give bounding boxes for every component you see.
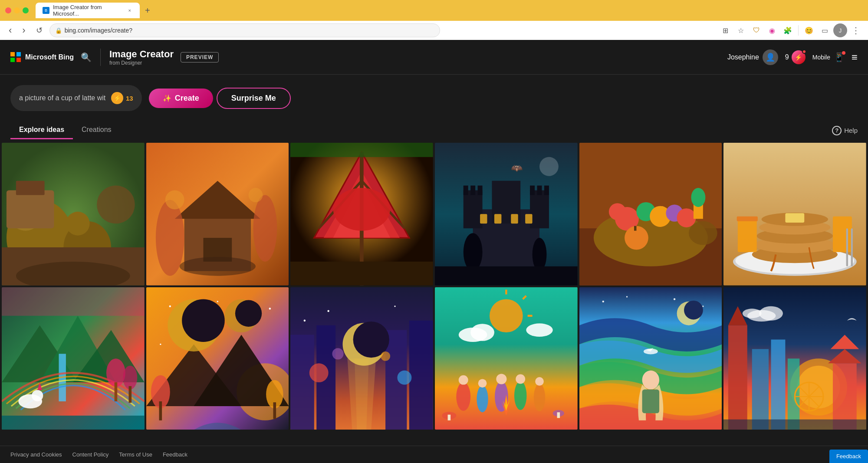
traffic-light-green[interactable] — [23, 7, 29, 13]
mobile-section[interactable]: Mobile 📱 — [812, 52, 845, 62]
create-icon: ✨ — [163, 94, 171, 102]
svg-rect-31 — [464, 190, 483, 229]
svg-rect-8 — [7, 190, 54, 229]
create-button[interactable]: ✨ Create — [149, 89, 213, 108]
traffic-light-yellow[interactable] — [14, 7, 20, 13]
url-bar[interactable]: 🔒 bing.com/images/create? — [49, 23, 440, 37]
search-bar: ⚡ 13 — [10, 85, 142, 111]
tabs: Explore ideas Creations — [10, 121, 120, 139]
sidebar-icon[interactable]: ▭ — [818, 23, 832, 37]
puzzle-icon[interactable]: 🧩 — [781, 23, 795, 37]
svg-rect-43 — [525, 214, 532, 223]
list-item[interactable] — [579, 287, 722, 430]
smiley-icon[interactable]: 😊 — [802, 23, 816, 37]
preview-badge: PREVIEW — [181, 52, 219, 62]
svg-rect-75 — [846, 228, 848, 266]
list-item[interactable] — [2, 143, 145, 286]
boost-icon: ⚡ — [111, 92, 123, 104]
svg-rect-104 — [159, 401, 162, 420]
list-item[interactable] — [290, 143, 433, 286]
svg-point-120 — [395, 305, 396, 307]
svg-point-155 — [684, 300, 703, 319]
shield-icon[interactable]: 🛡 — [750, 23, 763, 37]
footer-content-policy-link[interactable]: Content Policy — [72, 451, 109, 458]
svg-point-7 — [97, 186, 135, 224]
svg-point-129 — [470, 324, 494, 341]
svg-point-117 — [332, 348, 344, 359]
active-tab[interactable]: B Image Creator from Microsof... × — [36, 3, 140, 18]
tab-explore-ideas[interactable]: Explore ideas — [10, 121, 73, 139]
svg-rect-72 — [738, 219, 757, 252]
tab-title: Image Creator from Microsof... — [53, 4, 123, 17]
screen-icon[interactable]: ⊞ — [718, 23, 732, 37]
user-avatar[interactable]: 👤 — [763, 49, 778, 65]
list-item[interactable]: 🦇 — [435, 143, 578, 286]
svg-rect-74 — [833, 217, 852, 252]
list-item[interactable] — [723, 287, 866, 430]
tab-creations[interactable]: Creations — [73, 121, 120, 139]
svg-point-45 — [533, 238, 547, 271]
surprise-button[interactable]: Surprise Me — [217, 88, 291, 109]
svg-point-136 — [496, 374, 506, 384]
svg-rect-73 — [737, 217, 758, 221]
footer-terms-link[interactable]: Terms of Use — [119, 451, 152, 458]
user-section[interactable]: Josephine 👤 — [727, 49, 778, 65]
svg-point-17 — [165, 190, 184, 210]
nav-icons: ⊞ ☆ 🛡 ◉ 🧩 😊 ▭ J ⋮ — [718, 23, 863, 37]
coins-section[interactable]: 9 ⚡ — [785, 50, 806, 64]
svg-rect-90 — [2, 415, 145, 430]
svg-point-26 — [333, 188, 390, 231]
svg-point-102 — [160, 343, 161, 345]
search-input[interactable] — [19, 94, 106, 102]
feedback-button[interactable]: Feedback — [829, 450, 868, 463]
list-item[interactable] — [290, 287, 433, 430]
traffic-lights — [5, 7, 29, 13]
star-icon[interactable]: ☆ — [734, 23, 748, 37]
list-item[interactable] — [579, 143, 722, 286]
svg-point-150 — [602, 300, 604, 302]
svg-point-47 — [539, 157, 559, 176]
list-item[interactable] — [723, 143, 866, 286]
circle-icon[interactable]: ◉ — [765, 23, 779, 37]
svg-rect-177 — [723, 419, 866, 430]
svg-point-131 — [456, 382, 470, 411]
help-circle-icon: ? — [832, 126, 842, 135]
user-name: Josephine — [727, 53, 759, 61]
tab-close-icon[interactable]: × — [126, 7, 133, 14]
more-options-icon[interactable]: ⋮ — [849, 23, 863, 37]
user-avatar-nav[interactable]: J — [833, 23, 847, 37]
menu-button[interactable]: ≡ — [852, 51, 858, 63]
refresh-button[interactable]: ↺ — [33, 24, 46, 37]
back-button[interactable]: ‹ — [5, 23, 15, 38]
help-button[interactable]: ? Help — [832, 126, 858, 135]
svg-point-138 — [516, 374, 525, 384]
svg-rect-39 — [544, 186, 549, 195]
footer-feedback-link[interactable]: Feedback — [163, 451, 187, 458]
svg-point-16 — [179, 257, 255, 276]
bing-logo-grid — [10, 52, 21, 62]
svg-point-15 — [253, 195, 277, 262]
list-item[interactable] — [146, 143, 289, 286]
search-icon-header[interactable]: 🔍 — [81, 52, 92, 62]
svg-rect-40 — [480, 214, 487, 223]
create-label: Create — [175, 94, 199, 103]
divider — [798, 25, 799, 36]
svg-point-100 — [217, 301, 218, 302]
list-item[interactable] — [2, 287, 145, 430]
svg-point-148 — [642, 370, 659, 389]
traffic-light-red[interactable] — [5, 7, 11, 13]
svg-rect-32 — [530, 190, 549, 229]
svg-rect-146 — [557, 412, 560, 418]
forward-button[interactable]: › — [19, 23, 29, 38]
list-item[interactable] — [146, 287, 289, 430]
svg-rect-161 — [728, 325, 747, 430]
new-tab-button[interactable]: + — [141, 4, 154, 17]
svg-point-44 — [464, 233, 483, 271]
svg-point-176 — [743, 309, 762, 318]
svg-rect-144 — [448, 414, 451, 420]
footer-privacy-link[interactable]: Privacy and Cookies — [10, 451, 62, 458]
search-area: ⚡ 13 ✨ Create Surprise Me — [0, 75, 868, 118]
list-item[interactable] — [435, 287, 578, 430]
bing-logo[interactable]: Microsoft Bing — [10, 52, 74, 62]
svg-point-140 — [535, 377, 544, 386]
